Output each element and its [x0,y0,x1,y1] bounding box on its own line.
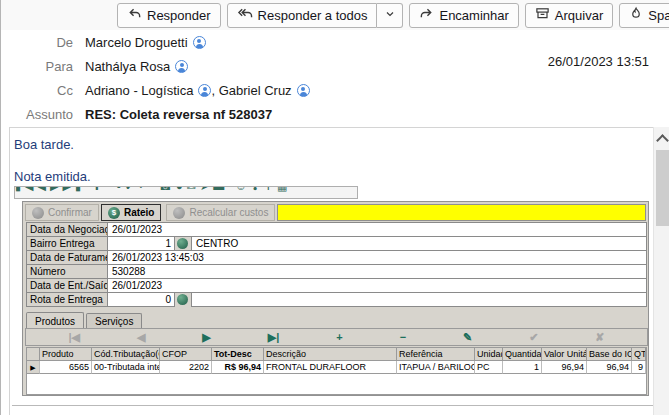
erp-form-fields: Data da Negociação 26/01/2023 Bairro Ent… [26,223,647,307]
field-number: 1 [107,236,175,251]
field-label: Rota de Entrega [26,292,108,307]
body-scrollbar[interactable] [653,127,669,415]
nav-first-icon: |◀ [68,332,80,343]
cell-unidade: PC [475,361,503,374]
cell-base-icms: 96,94 [587,361,632,374]
erp-tabs: Produtos Serviços [26,312,142,328]
field-value: CENTRO [191,236,647,251]
col-referencia: Referência [397,348,475,361]
col-produto: Produto [40,348,92,361]
to-name: Nathálya Rosa [85,59,170,74]
message-toolbar: Responder Responder a todos Encaminhar A… [1,0,669,30]
nav-delete-icon: − [400,332,406,343]
cell-cfop: 2202 [160,361,212,374]
reply-all-button[interactable]: Responder a todos [227,3,378,28]
body-message: Nota emitida. [14,169,91,184]
archive-button[interactable]: Arquivar [525,3,613,28]
field-value: 26/01/2023 [107,222,647,237]
spam-button[interactable]: Spam [619,3,669,28]
cell-qtd: 9 [632,361,646,374]
nav-insert-icon: + [336,332,342,343]
col-qtd: QTD [632,348,646,361]
col-tributacao: Cód.Tributação(CST) [92,348,160,361]
contact-icon[interactable] [193,36,206,49]
field-row: Data da Negociação 26/01/2023 [26,222,647,237]
reply-icon [127,6,142,24]
from-label: De [1,35,73,50]
lookup-icon-wrap [175,292,190,307]
col-descricao: Descrição [264,348,397,361]
message-body-pane: Boa tarde. Nota emitida. ▮◀◀▶▶▮ ✚─▪✔↶ ☎●… [9,127,653,415]
field-row: Bairro Entrega 1 CENTRO [26,236,647,251]
highlighted-field [277,204,646,221]
forward-button[interactable]: Encaminhar [409,3,518,28]
erp-clipped-toolbar-icons: ▮◀◀▶▶▮ ✚─▪✔↶ ☎●✉➤▬ ☺❢✛▦ [15,186,357,193]
rateio-label: Rateio [124,207,155,218]
reply-button[interactable]: Responder [117,3,221,28]
nav-last-icon: ▶| [268,332,280,343]
spam-label: Spam [648,8,669,23]
header-row-subject: Assunto RES: Coleta reversa nf 528037 [1,104,653,124]
subject-text: RES: Coleta reversa nf 528037 [85,107,272,122]
tab-servicos: Serviços [86,313,142,328]
subject-label: Assunto [1,107,73,122]
lookup-icon [177,238,188,249]
lookup-icon [177,294,188,305]
cell-quantidade: 1 [503,361,542,374]
tab-produtos: Produtos [26,312,84,328]
field-label: Número [26,264,108,279]
forward-icon [419,6,434,24]
header-row-from: De Marcelo Droguetti [1,32,653,52]
scrollbar-up-arrow-icon[interactable] [658,134,666,142]
nav-prior-icon: ◀ [137,332,145,343]
coin-icon [108,207,120,219]
contact-icon[interactable] [175,60,188,73]
reply-all-label: Responder a todos [258,8,368,23]
field-row: Rota de Entrega 0 [26,292,647,307]
recalculate-button: Recalcular custos [166,204,275,221]
to-contact[interactable]: Nathálya Rosa [85,59,188,74]
field-label: Bairro Entrega [26,236,108,251]
col-valor-unitario: Valor Unitário [542,348,587,361]
rateio-button: Rateio [101,204,162,221]
message-date: 26/01/2023 13:51 [548,54,649,69]
cell-tributacao: 00-Tributada integral [92,361,160,374]
reply-all-dropdown[interactable] [377,3,403,28]
image-bottom-edge [12,405,662,406]
cc-name-1[interactable]: Adriano - Logística [85,83,193,98]
cell-descricao: FRONTAL DURAFLOOR [264,361,397,374]
body-greeting: Boa tarde. [14,137,74,152]
from-contact[interactable]: Marcelo Droguetti [85,35,206,50]
lookup-icon-wrap [175,236,190,251]
reply-label: Responder [147,8,211,23]
col-base-icms: Base do ICMS [587,348,632,361]
erp-navigator-bar: |◀ ◀ ▶ ▶| + − ✎ ✔ ✘ [25,328,648,346]
scrollbar-thumb[interactable] [656,150,669,226]
erp-product-grid: Produto Cód.Tributação(CST) CFOP Tot-Des… [26,347,647,395]
recalculate-label: Recalcular custos [189,207,268,218]
grid-header-row: Produto Cód.Tributação(CST) CFOP Tot-Des… [27,348,646,361]
recalculate-icon [173,207,185,219]
confirm-button: Confirmar [25,204,99,221]
email-client-window: Responder Responder a todos Encaminhar A… [0,0,669,415]
field-value: 26/01/2023 [107,278,647,293]
header-row-cc: Cc Adriano - Logística , Gabriel Cruz [1,80,653,100]
nav-edit-icon: ✎ [463,332,472,343]
contact-icon[interactable] [297,84,310,97]
field-value [191,292,647,307]
cell-totdesc: R$ 96,94 [212,361,264,374]
chevron-down-icon [384,8,396,23]
cc-name-2[interactable]: Gabriel Cruz [219,83,292,98]
field-label: Data de Ent./Saída [26,278,108,293]
field-value: 530288 [107,264,647,279]
field-number: 0 [107,292,175,307]
grid-indicator-header [27,348,40,361]
erp-clipped-toolbar: ▮◀◀▶▶▮ ✚─▪✔↶ ☎●✉➤▬ ☺❢✛▦ [14,186,358,199]
contact-icon[interactable] [198,84,211,97]
field-row: Data de Ent./Saída 26/01/2023 [26,278,647,293]
cell-produto: 6565 [40,361,92,374]
col-unidade: Unidade [475,348,503,361]
grid-data-row: ▶ 6565 00-Tributada integral 2202 R$ 96,… [27,361,646,374]
nav-post-icon: ✔ [529,332,538,343]
nav-next-icon: ▶ [202,332,210,343]
